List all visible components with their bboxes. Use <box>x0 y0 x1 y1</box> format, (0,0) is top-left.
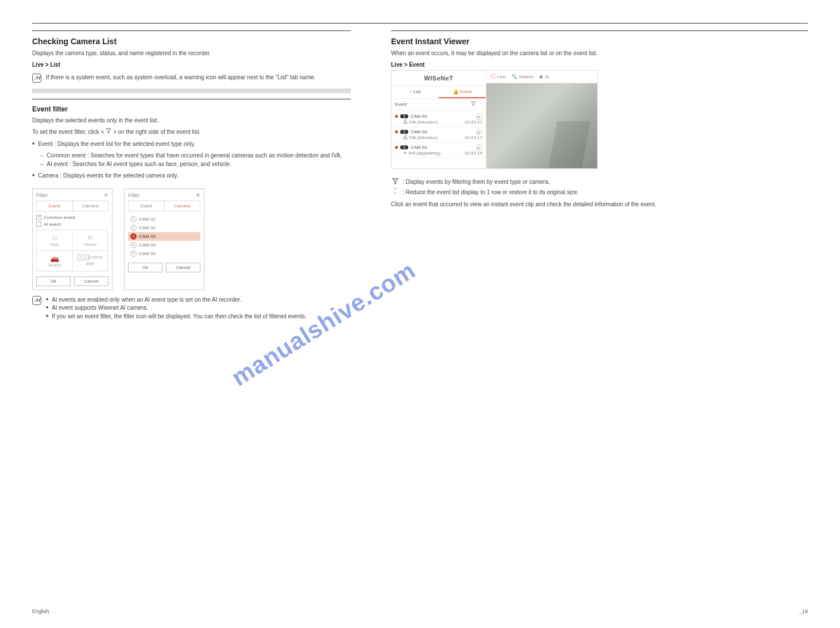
top-search[interactable]: 🔍 Search <box>512 74 533 79</box>
cam-item[interactable]: 5CAM 05 <box>128 249 200 258</box>
collapse-icon: ˄˅ <box>391 188 399 197</box>
filter-setline: To set the event filter, click < > on th… <box>32 128 351 137</box>
cam-name: CAM 03 <box>411 114 427 119</box>
event-time: 10:43:15 <box>464 151 482 156</box>
rec-dot-icon <box>395 115 398 118</box>
person-icon: ⎋ <box>73 234 107 241</box>
cam-item[interactable]: 1CAM 01 <box>128 215 200 224</box>
ok-button[interactable]: Ok <box>36 276 71 286</box>
filter-panel-camera: Filter ✕ Event Camera 1CAM 01 2CAM 02 3C… <box>124 188 204 290</box>
chevron-down-icon[interactable]: ˅ <box>479 102 482 107</box>
tab-event[interactable]: Event <box>129 201 165 211</box>
filter-desc: Displays the selected events only in the… <box>32 117 351 125</box>
face-icon: ☺ <box>37 234 72 241</box>
right-heading: Event Instant Viewer <box>391 37 808 46</box>
checkbox-common[interactable]: ✓ <box>36 215 41 220</box>
left-note1: If there is a system event, such as syst… <box>46 74 316 82</box>
tab-list[interactable]: ≡ List <box>392 86 439 98</box>
left-nav: Live > List <box>32 61 351 68</box>
cam-badge: 3 <box>400 130 408 134</box>
ai-face[interactable]: ☺Face <box>37 230 72 251</box>
rec-dot-icon <box>395 130 398 133</box>
ui-screenshot: WISeNeT ≡ List 🔔 Event Event ˅ <box>391 70 598 169</box>
vehicle-icon: 🚗 <box>37 255 72 262</box>
note-icon: 𝓜 <box>32 74 41 83</box>
bullet-camera: Camera : Displays events for the selecte… <box>32 172 351 180</box>
tab-event[interactable]: Event <box>37 201 73 211</box>
tab-camera[interactable]: Camera <box>73 201 109 211</box>
funnel-icon[interactable] <box>471 102 476 107</box>
ai-person[interactable]: ⎋Person <box>72 230 108 251</box>
ok-button[interactable]: Ok <box>128 263 162 272</box>
left-desc: Displays the camera type, status, and na… <box>32 49 351 58</box>
filter-heading: Event filter <box>32 105 351 113</box>
legend-collapse: : Reduce the event list display to 1 row… <box>402 188 579 197</box>
note2-l1: AI events are enabled only when an AI ev… <box>46 296 307 305</box>
close-icon[interactable]: ✕ <box>104 192 109 198</box>
cam-badge: 3 <box>400 114 408 118</box>
cam-item[interactable]: 4CAM 04 <box>128 241 200 249</box>
cancel-button[interactable]: Cancel <box>166 263 200 272</box>
left-heading: Checking Camera List <box>32 37 351 46</box>
checkbox-ai[interactable] <box>36 222 41 227</box>
filter-panel-event: Filter ✕ Event Camera ✓ Common event AI … <box>32 188 113 290</box>
label-common-event: Common event <box>44 215 75 220</box>
divider-bar <box>32 88 351 93</box>
event-label: Event <box>395 102 407 107</box>
footer-right: _19 <box>799 608 808 614</box>
cam-name: CAM 03 <box>411 145 427 150</box>
note2-l3: If you set an event filter, the filter i… <box>46 313 307 321</box>
legend-body: Click an event that occurred to view an … <box>391 201 808 209</box>
event-row[interactable]: 3CAM 03▶⁂ IVA (Intrusion)10:43:21 <box>392 111 486 127</box>
funnel-icon <box>106 128 111 137</box>
cam-name: CAM 03 <box>411 129 427 134</box>
right-nav: Live > Event <box>391 61 808 68</box>
top-ai[interactable]: ◉ AI <box>539 74 549 79</box>
bullet-event: Event : Displays the event list for the … <box>32 140 351 149</box>
event-type: ⁂ IVA (Intrusion) <box>403 120 438 125</box>
ai-vehicle[interactable]: 🚗Vehicle <box>37 251 72 271</box>
top-live[interactable]: 🖵 Live <box>491 74 506 79</box>
label-ai-event: AI event <box>44 222 60 227</box>
cam-item[interactable]: 2CAM 02 <box>128 224 200 232</box>
play-icon[interactable]: ▶ <box>476 144 482 151</box>
close-icon[interactable]: ✕ <box>196 192 200 198</box>
event-time: 10:43:21 <box>464 120 482 125</box>
legend-filter: : Display events by filtering them by ev… <box>402 178 550 187</box>
cancel-button[interactable]: Cancel <box>74 276 109 286</box>
ai-license-plate[interactable]: A012License plate <box>72 251 108 271</box>
rec-dot-icon <box>395 146 398 149</box>
event-row[interactable]: 3CAM 03▶⁂ IVA (Intrusion)10:43:17 <box>392 127 486 142</box>
filter-title: Filter <box>36 192 48 198</box>
tab-event[interactable]: 🔔 Event <box>439 86 486 98</box>
tab-camera[interactable]: Camera <box>165 201 200 211</box>
event-time: 10:43:17 <box>464 135 482 140</box>
plate-icon: A012 <box>78 255 89 260</box>
footer-left: English <box>32 608 49 614</box>
right-desc: When an event occurs, it may be displaye… <box>391 49 808 58</box>
event-type: ⁂ IVA (Intrusion) <box>403 135 438 140</box>
video-preview <box>486 83 597 168</box>
brand-logo: WISeNeT <box>392 71 486 86</box>
cam-badge: 3 <box>400 145 408 149</box>
event-row[interactable]: 3CAM 03▶✶ IVA (Appearing)10:43:15 <box>392 142 486 158</box>
play-icon[interactable]: ▶ <box>476 129 482 135</box>
funnel-icon <box>391 178 399 186</box>
event-type: ✶ IVA (Appearing) <box>403 151 440 156</box>
filter-title: Filter <box>128 192 140 198</box>
note-icon: 𝓜 <box>32 296 41 305</box>
dash-ai: AI event : Searches for AI event types s… <box>40 160 351 169</box>
play-icon[interactable]: ▶ <box>476 113 482 120</box>
cam-item[interactable]: 3CAM 03 <box>128 232 200 241</box>
dash-common: Common event : Searches for event types … <box>40 152 351 160</box>
note2-l2: AI event supports Wisenet AI camera. <box>46 304 307 313</box>
